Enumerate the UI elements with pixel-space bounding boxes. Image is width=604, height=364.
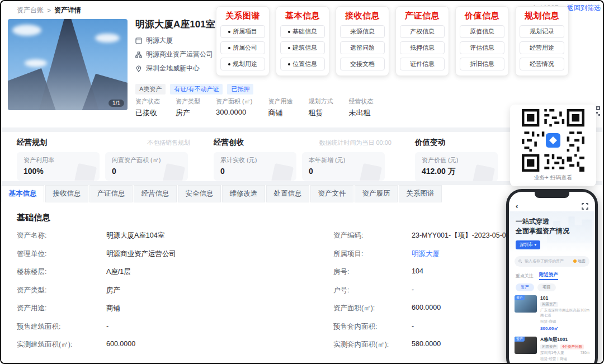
card-item[interactable]: 经营用途 — [520, 41, 564, 54]
tab-relation-map[interactable]: 关系图谱 — [399, 185, 442, 202]
card-relation-map: 关系图谱 所属项目 所属公司 规划用途 — [216, 6, 270, 76]
certificate-tag: 有证/有不动产证 — [170, 84, 223, 94]
card-item[interactable]: 所属项目 — [220, 25, 265, 38]
cloud-decor — [25, 59, 47, 67]
phone-search-bar[interactable]: 输入名称了解你的资产 地图 — [515, 256, 589, 267]
bullet-icon — [228, 63, 230, 65]
tab-safety-info[interactable]: 安全信息 — [178, 185, 221, 202]
asset-thumbnail: 资产 — [515, 337, 537, 354]
stat-operate-status: 经营状态 未出租 — [348, 97, 373, 118]
stat-asset-type: 资产类型 房产 — [176, 97, 200, 118]
card-item[interactable]: 位置信息 — [280, 58, 325, 70]
stat-asset-value: 资产价值 (元) 412.00 万 — [415, 152, 498, 182]
card-item[interactable]: 规划记录 — [520, 25, 564, 38]
org-icon — [135, 51, 142, 58]
stat-asset-area: 资产面积 (㎡) 300.0000 — [216, 97, 252, 118]
cloud-decor — [95, 34, 120, 42]
project-icon — [135, 37, 142, 44]
tab-asset-history[interactable]: 资产履历 — [355, 185, 398, 202]
card-plan-info: 规划信息 规划记录 经营用途 经营情况 — [515, 6, 569, 76]
stat-year-new: 本年新增 (元) 0 — [302, 152, 385, 181]
pill-project[interactable]: 项目 — [537, 283, 556, 291]
card-item[interactable]: 基础信息 — [280, 25, 325, 38]
phone-hero: 一站式穿透 全面掌握资产情况 深圳市 ▾ — [509, 211, 595, 253]
tab-disposal-info[interactable]: 处置信息 — [266, 185, 309, 202]
project-name: 明源大厦 — [146, 36, 173, 45]
building-graphic — [8, 68, 56, 110]
alert-tag: 4个资产问题 — [560, 344, 584, 349]
asset-thumbnail: 资产 — [515, 295, 537, 313]
scan-icon[interactable] — [582, 203, 588, 210]
back-to-filter-link[interactable]: 返回到筛选 — [567, 3, 601, 13]
stat-total-received: 累计实收 (元) 0 — [214, 152, 296, 181]
card-item[interactable]: 遗留问题 — [340, 41, 385, 54]
phone-asset-list: 资产 101 闲置资产 广东省深圳市南山区高新南七道102m 租赁·商铺 800… — [515, 295, 589, 364]
phone-filter-pills: 资产 项目 — [516, 283, 588, 291]
tab-maintenance[interactable]: 维修改造 — [222, 185, 265, 202]
nav-nearby-assets[interactable]: 附近资产 — [539, 272, 558, 280]
list-item[interactable]: 资产 A栋/8层1001 闲置资产4个资产问题 深圳湾1号大厦780m 租赁·经… — [515, 337, 589, 364]
stat-plan-mode: 规划方式 租赁 — [308, 97, 333, 118]
card-item[interactable]: 来源信息 — [340, 25, 385, 38]
field-measured-build-area: 实测建筑面积(㎡):600.0000 — [17, 340, 333, 358]
card-item[interactable]: 抵押信息 — [400, 41, 445, 54]
asset-photo[interactable]: 1/1 — [8, 19, 128, 110]
photo-count-badge: 1/1 — [108, 100, 124, 107]
bullet-icon — [288, 63, 290, 65]
list-item[interactable]: 资产 101 闲置资产 广东省深圳市南山区高新南七道102m 租赁·商铺 800… — [515, 295, 589, 332]
pill-asset[interactable]: 资产 — [516, 283, 534, 291]
city-selector-button[interactable]: 深圳市 ▾ — [516, 240, 540, 249]
card-item[interactable]: 折旧信息 — [460, 58, 504, 70]
phone-nav: 重点关注 附近资产 — [516, 272, 588, 280]
field-manage-unit: 管理单位:明源商业资产运营公司 — [17, 249, 333, 268]
bullet-icon — [288, 47, 290, 49]
qr-code — [522, 109, 584, 172]
field-building-floor: 楼栋楼层:A座/1层 — [17, 267, 333, 286]
field-presale-build-area: 预售建筑面积:- — [17, 322, 333, 341]
map-toggle[interactable]: 地图 — [573, 258, 586, 264]
card-item[interactable]: 建筑信息 — [280, 41, 325, 54]
breadcrumb-parent[interactable]: 资产台账 — [17, 6, 44, 15]
card-item[interactable]: 证件信息 — [400, 58, 445, 70]
card-item[interactable]: 产权信息 — [400, 25, 445, 38]
tab-operation-info[interactable]: 经营信息 — [134, 185, 177, 202]
nav-focus-assets[interactable]: 重点关注 — [516, 273, 534, 279]
company-name: 明源商业资产运营公司 — [146, 50, 213, 59]
card-item[interactable]: 原值信息 — [460, 25, 504, 38]
tab-asset-files[interactable]: 资产文件 — [310, 185, 353, 202]
bullet-icon — [288, 31, 290, 33]
card-item[interactable]: 规划用途 — [220, 58, 265, 70]
field-asset-name: 资产名称:明源大厦A座104室 — [17, 231, 333, 249]
asset-tags: A类资产 有证/有不动产证 已抵押 — [135, 84, 253, 94]
card-basic-info: 基本信息 基础信息 建筑信息 位置信息 — [276, 6, 329, 76]
asset-class-tag: A类资产 — [135, 84, 166, 94]
card-value-info: 价值信息 原值信息 评估信息 折旧信息 — [455, 6, 509, 76]
field-asset-type: 资产类型:房产 — [17, 286, 333, 304]
cloud-decor — [12, 25, 41, 36]
tab-certificate-info[interactable]: 产证信息 — [89, 185, 133, 202]
section-operation-revenue: 经营创收 数据统计时间为当日 00:00 累计实收 (元) 0 本年新增 (元)… — [198, 132, 399, 181]
breadcrumb: 资产台账 > 资产详情 — [17, 6, 81, 15]
card-receive-info: 接收信息 来源信息 遗留问题 交接文档 — [336, 6, 389, 76]
breadcrumb-separator: > — [47, 7, 51, 15]
mortgaged-tag: 已抵押 — [227, 84, 253, 94]
card-item[interactable]: 评估信息 — [460, 41, 504, 54]
phone-headline: 一站式穿透 全面掌握资产情况 — [516, 217, 588, 237]
card-item[interactable]: 交接文档 — [340, 58, 385, 70]
stat-utilization: 资产利用率 100% — [17, 152, 100, 181]
location-pin-icon — [135, 65, 142, 72]
tab-receive-info[interactable]: 接收信息 — [45, 185, 88, 202]
stat-asset-use: 资产用途 商铺 — [268, 97, 292, 118]
project-link[interactable]: 明源大厦 — [412, 249, 440, 259]
phone-back-icon[interactable]: ‹ — [516, 202, 518, 210]
asset-detail-page: 资产台账 > 资产详情 ‹ 1 / 1307 › 返回到筛选 1/1 明源大厦A… — [0, 0, 604, 364]
qr-code-card: 业务+ 扫码查看 — [510, 105, 596, 186]
card-item[interactable]: 经营情况 — [520, 58, 564, 70]
stat-asset-status: 资产状态 已接收 — [135, 97, 160, 118]
idle-tag: 闲置资产 — [540, 344, 558, 349]
card-item[interactable]: 所属公司 — [220, 41, 265, 54]
idle-tag: 闲置资产 — [540, 302, 558, 307]
tab-basic-info[interactable]: 基本信息 — [1, 185, 44, 202]
bullet-icon — [228, 31, 230, 33]
phone-screen: ‹ 一站式穿透 全面掌握资产情况 深圳市 ▾ 输入名称了解你的资产 地图 重点关… — [509, 192, 595, 364]
